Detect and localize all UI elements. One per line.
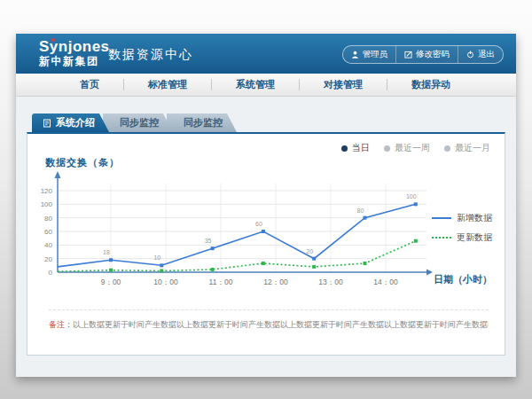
data-point-marker	[160, 269, 163, 272]
legend-label: 新增数据	[457, 212, 492, 224]
app-header: Synjones 新中新集团 数据资源中心 管理员 修改密码	[16, 34, 516, 74]
app-window: Synjones 新中新集团 数据资源中心 管理员 修改密码	[16, 34, 516, 377]
legend-item-2: 更新数据	[432, 228, 492, 247]
x-tick-label: 9：00	[101, 278, 121, 286]
radio-label: 最近一周	[395, 142, 430, 154]
data-point-marker	[211, 268, 215, 271]
nav-item-4[interactable]: 对接管理	[300, 79, 387, 90]
data-point-marker	[364, 262, 367, 265]
tab-2[interactable]: 同步监控	[103, 113, 173, 132]
chart-panel: 当日最近一周最近一月 数据交换（条） 9：0010：0011：0012：0013…	[27, 132, 505, 356]
edit-icon	[404, 51, 412, 59]
radio-option-2[interactable]: 最近一周	[384, 142, 430, 154]
tab-bar: 系统介绍同步监控同步监控	[32, 113, 516, 132]
document-icon	[43, 119, 51, 128]
series-line	[58, 204, 416, 267]
data-point-marker	[262, 230, 265, 233]
x-axis-label: 日期（小时）	[434, 273, 492, 286]
nav-item-5[interactable]: 数据异动	[387, 79, 474, 90]
data-point-marker	[414, 202, 418, 206]
y-tick-label: 100	[41, 200, 53, 208]
logout-button[interactable]: 退出	[458, 46, 503, 63]
content-area: 系统介绍同步监控同步监控 当日最近一周最近一月 数据交换（条） 9：0010：0…	[16, 97, 516, 356]
logo-subtext: 新中新集团	[39, 56, 110, 68]
y-tick-label: 60	[44, 228, 52, 236]
legend-item-1: 新增数据	[432, 208, 492, 228]
legend-line	[432, 237, 451, 239]
data-point-label: 100	[406, 193, 417, 200]
footnote-prefix: 备注：	[49, 320, 73, 329]
tab-label: 系统介绍	[56, 116, 95, 129]
series-line	[58, 241, 416, 272]
radio-dot	[444, 145, 450, 152]
data-point-marker	[312, 265, 316, 269]
radio-option-1[interactable]: 当日	[341, 142, 370, 154]
data-point-label: 20	[306, 248, 313, 254]
radio-dot	[384, 145, 390, 152]
power-icon	[466, 51, 474, 59]
y-tick-label: 40	[44, 241, 52, 249]
brand-logo: Synjones 新中新集团	[39, 38, 110, 67]
tab-label: 同步监控	[184, 116, 223, 129]
footnote: 备注：以上数据更新于时间产生数据以上数据更新于时间产生数据以上数据更新于时间产生…	[49, 309, 489, 331]
x-tick-label: 12：00	[263, 278, 288, 286]
y-tick-label: 20	[44, 255, 52, 263]
nav-item-1[interactable]: 首页	[56, 79, 124, 90]
data-point-label: 10	[153, 254, 160, 261]
user-label: 管理员	[363, 49, 388, 60]
tab-1[interactable]: 系统介绍	[32, 113, 109, 132]
y-axis-arrow	[55, 171, 61, 178]
line-chart: 9：0010：0011：0012：0013：0014：0002040608010…	[36, 166, 464, 301]
radio-dot	[341, 145, 348, 152]
data-point-label: 35	[205, 238, 212, 244]
y-tick-label: 120	[41, 187, 53, 195]
legend-label: 更新数据	[457, 231, 492, 244]
x-tick-label: 10：00	[153, 278, 178, 286]
change-password-button[interactable]: 修改密码	[395, 46, 458, 63]
main-nav: 首页标准管理系统管理对接管理数据异动	[16, 74, 516, 97]
user-menu: 管理员 修改密码 退出	[342, 45, 505, 64]
user-icon	[351, 51, 359, 59]
nav-item-3[interactable]: 系统管理	[212, 79, 300, 90]
user-menu-admin[interactable]: 管理员	[343, 46, 396, 63]
data-point-marker	[312, 257, 316, 261]
tab-3[interactable]: 同步监控	[167, 113, 237, 132]
time-range-filter: 当日最近一周最近一月	[341, 142, 490, 154]
data-point-label: 18	[103, 249, 110, 255]
x-axis-arrow	[426, 270, 433, 276]
data-point-marker	[109, 258, 113, 262]
page-title: 数据资源中心	[108, 47, 193, 63]
x-tick-label: 13：00	[318, 278, 343, 286]
x-tick-label: 14：00	[373, 278, 398, 286]
data-point-label: 60	[255, 221, 262, 227]
legend-line	[432, 217, 451, 219]
footnote-text: 以上数据更新于时间产生数据以上数据更新于时间产生数据以上数据更新于时间产生数据以…	[73, 320, 489, 329]
data-point-marker	[211, 246, 215, 250]
data-point-marker	[109, 269, 113, 272]
nav-item-2[interactable]: 标准管理	[124, 79, 212, 90]
radio-label: 当日	[352, 142, 370, 154]
logo-text-row: Synjones	[39, 38, 110, 56]
chart-legend: 新增数据更新数据	[432, 208, 492, 247]
logout-label: 退出	[478, 49, 495, 60]
y-tick-label: 0	[49, 269, 53, 277]
tab-label: 同步监控	[120, 116, 159, 129]
logo-text: Synjones	[39, 38, 110, 55]
data-point-label: 80	[357, 207, 364, 214]
data-point-marker	[262, 262, 265, 265]
data-point-marker	[414, 239, 418, 243]
logo-accent-dot	[51, 38, 55, 42]
change-password-label: 修改密码	[416, 49, 450, 60]
y-tick-label: 80	[44, 215, 52, 223]
x-tick-label: 11：00	[209, 278, 233, 286]
data-point-marker	[364, 216, 367, 220]
radio-option-3[interactable]: 最近一月	[444, 142, 490, 154]
data-point-marker	[160, 263, 163, 267]
radio-label: 最近一月	[455, 142, 490, 154]
